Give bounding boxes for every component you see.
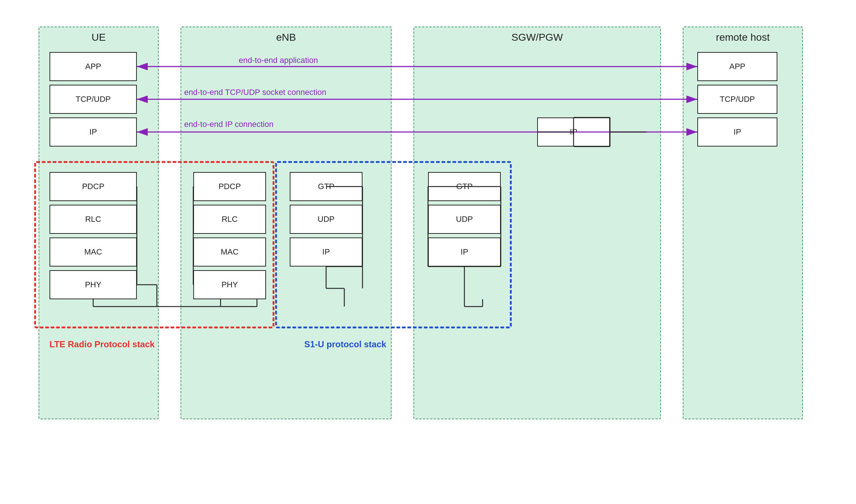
enb-phy: PHY xyxy=(193,270,266,299)
enb-udp: UDP xyxy=(290,205,362,234)
ue-phy: PHY xyxy=(49,270,137,299)
sgw-title: SGW/PGW xyxy=(414,32,660,43)
arr-app-label: end-to-end application xyxy=(239,56,318,65)
sgw-ip-left: IP xyxy=(428,237,501,267)
enb-mac: MAC xyxy=(193,237,266,267)
ue-title: UE xyxy=(39,32,158,43)
enb-rlc: RLC xyxy=(193,205,266,234)
main-container: UE eNB SGW/PGW remote host APP TCP/UDP I… xyxy=(0,0,856,504)
enb-gtp: GTP xyxy=(290,172,362,201)
ue-tcpudp: TCP/UDP xyxy=(49,85,137,114)
s1u-legend: S1-U protocol stack xyxy=(304,339,386,349)
ue-mac: MAC xyxy=(49,237,137,267)
rh-app: APP xyxy=(697,52,777,81)
rh-title: remote host xyxy=(683,32,802,43)
ue-app: APP xyxy=(49,52,137,81)
rh-ip: IP xyxy=(697,117,777,147)
lte-legend: LTE Radio Protocol stack xyxy=(49,339,155,349)
enb-pdcp: PDCP xyxy=(193,172,266,201)
ue-rlc: RLC xyxy=(49,205,137,234)
sgw-gtp: GTP xyxy=(428,172,501,201)
arr-ip-label: end-to-end IP connection xyxy=(184,120,273,129)
arr-tcp-label: end-to-end TCP/UDP socket connection xyxy=(184,88,326,97)
ue-pdcp: PDCP xyxy=(49,172,137,201)
sgw-ip-right: IP xyxy=(537,117,610,147)
rh-tcpudp: TCP/UDP xyxy=(697,85,777,114)
sgw-udp: UDP xyxy=(428,205,501,234)
ue-ip: IP xyxy=(49,117,137,147)
enb-ip: IP xyxy=(290,237,362,267)
enb-title: eNB xyxy=(181,32,391,43)
diagram-area: UE eNB SGW/PGW remote host APP TCP/UDP I… xyxy=(28,16,828,488)
